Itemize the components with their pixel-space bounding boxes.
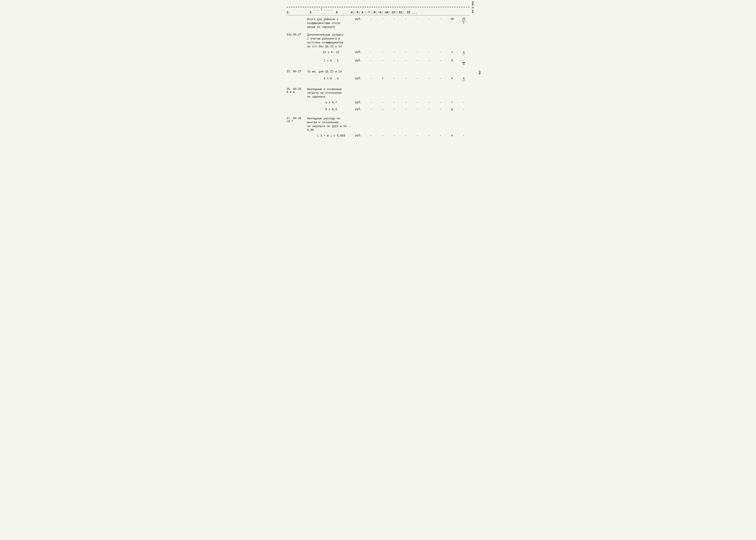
s2b-c5: -	[412, 59, 423, 62]
s3-c7: -	[435, 76, 446, 80]
s4b-c3: -	[388, 107, 400, 111]
s3-c5: -	[412, 76, 423, 80]
s2-c1: -	[366, 50, 377, 54]
s3-c2: т	[377, 76, 389, 80]
top-dashed-line	[286, 7, 470, 7]
s5-c3: -	[388, 134, 400, 137]
s2-c3: -	[388, 50, 400, 54]
s5-c8: е	[446, 134, 458, 137]
section-2-sub1: 22 х К- 22 руб. - - - - - - - а а -	[286, 50, 470, 57]
s3-c1: -	[366, 76, 377, 80]
s2b-c4: -	[400, 59, 412, 62]
s4b-c6: -	[423, 107, 435, 111]
section-4-sub1-cells: - - - - - - - г -	[366, 100, 470, 104]
s5-c5: -	[412, 134, 423, 137]
s2b-c6: -	[423, 59, 435, 62]
col-header-9: :9	[377, 11, 382, 14]
section-5-sub1-cells: - - - - - - - е -	[366, 134, 470, 137]
section-4-sub2-formula: б х 0,3	[307, 107, 355, 112]
section-5-desc: Накладные расходы на монтаж и отклонение…	[307, 116, 355, 132]
section-2-sub1-cells: - - - - - - - а а -	[366, 50, 470, 57]
cell-1-1: -	[366, 17, 377, 21]
section-4-header-row: 16. 04-28 б и в Накладные и косвенные за…	[286, 87, 470, 99]
s2-c4: -	[400, 50, 412, 54]
cell-1-4: -	[400, 17, 412, 21]
s2b-c3: -	[388, 59, 400, 62]
col-header-8: 8	[332, 11, 341, 14]
section-3-unit-empty	[355, 69, 366, 70]
s2-c6: -	[423, 50, 435, 54]
section-1-cells: - - - - - - - 50 25 1	[366, 17, 470, 24]
s4-c8: г	[446, 100, 458, 104]
col-header-1: I:	[286, 11, 307, 14]
s2-c7: -	[435, 50, 446, 54]
col-header-4: :4	[348, 11, 354, 14]
s2b-c2: -	[377, 59, 389, 62]
s4b-c5: -	[412, 107, 423, 111]
s5-c4: -	[400, 134, 412, 137]
section-2-sub2-cells: - - - - - - - б - б	[366, 59, 470, 66]
section-4: 16. 04-28 б и в Накладные и косвенные за…	[286, 87, 470, 113]
s2b-c1: -	[366, 59, 377, 62]
section-4-sub1: а х 0,7 руб. - - - - - - - г -	[286, 100, 470, 106]
col-header-8b: :8	[371, 11, 377, 14]
section-5-sub1: ( 3 + в ) х 0,083 руб. - - - - - - - е -	[286, 134, 470, 139]
page-number-mid: -19-	[478, 69, 481, 75]
s4-c7: -	[435, 100, 446, 104]
section-2-sub2-unit: руб.	[355, 59, 366, 62]
cell-1-7: -	[435, 17, 446, 21]
s2-c2: -	[377, 50, 389, 54]
section-3: I5. 04-27 То же, для §§ I3 и I4 -19- 8 х…	[286, 69, 470, 83]
page-number-top: 704-I-43	[471, 1, 474, 13]
page-container: I: 2 _ _ i _ _ _ _ _ 8 _ _ :4 :5 6 :7 :8…	[280, 5, 476, 153]
section-2: 14а.04-27 Дополнительные затраты с учето…	[286, 33, 470, 66]
section-4-sub2-indent	[286, 107, 307, 108]
section-3-code: I5. 04-27	[286, 69, 307, 73]
col-header-spacer: _ _ i _ _ _ _ _	[314, 8, 332, 14]
section-3-sub1-indent	[286, 76, 307, 77]
s4-c3: -	[388, 100, 400, 104]
cell-1-5: -	[412, 17, 423, 21]
s4b-c2: .-	[377, 107, 389, 111]
section-4-sub2-unit: руб.	[355, 107, 366, 111]
s3-c6: -	[423, 76, 435, 80]
section-5: 17. 04-28 тб 7 Накладные расходы на монт…	[286, 116, 470, 139]
column-header-row: I: 2 _ _ i _ _ _ _ _ 8 _ _ :4 :5 6 :7 :8…	[286, 8, 470, 15]
cell-1-8: 50	[446, 17, 458, 21]
section-2-desc: Дополнительные затраты с учетом районног…	[307, 33, 355, 49]
s4-last: -	[458, 100, 470, 104]
section-1-code	[286, 17, 307, 18]
section-4-unit-empty	[355, 87, 366, 87]
section-3-sub1: 8 х К - а руб. - т - - - - - в в -	[286, 76, 470, 83]
section-5-sub1-unit: руб.	[355, 134, 366, 137]
section-4-sub1-formula: а х 0,7	[307, 100, 355, 105]
section-4-sub1-indent	[286, 100, 307, 101]
section-5-unit-empty	[355, 116, 366, 117]
col-header-6: 6	[360, 11, 366, 14]
col-header-7: :7	[366, 11, 371, 14]
s3-last: в -	[458, 76, 470, 83]
section-3-sub1-cells: - т - - - - - в в -	[366, 76, 470, 83]
s3-c4: -	[400, 76, 412, 80]
s4-c4: -	[400, 100, 412, 104]
section-3-sub1-unit: руб.	[355, 76, 366, 80]
s4b-c4: -	[400, 107, 412, 111]
section-4-sub1-unit: руб.	[355, 100, 366, 104]
section-2-sub1-unit: руб.	[355, 50, 366, 54]
s4-c6: -	[423, 100, 435, 104]
s4b-c8: д	[446, 107, 458, 111]
cell-1-6: -	[423, 17, 435, 21]
col-header-12: :I2	[396, 11, 403, 14]
s5-c7: -	[435, 134, 446, 137]
cell-1-3: -	[388, 17, 400, 21]
section-4-desc: Накладные и косвенные затраты на отклоне…	[307, 87, 355, 99]
col-spacer2: _ _	[341, 11, 348, 14]
section-2-sub1-indent	[286, 50, 307, 51]
section-5-code: 17. 04-28 тб 7	[286, 116, 307, 123]
section-3-desc: То же, для §§ I3 и I4	[307, 69, 355, 74]
s2b-last: - б	[458, 59, 470, 66]
s4-c5: -	[412, 100, 423, 104]
section-2-sub2-indent	[286, 59, 307, 59]
section-4-sub2-cells: - .- - - - - - д -	[366, 107, 470, 111]
col-header-13: :I3	[403, 11, 412, 14]
